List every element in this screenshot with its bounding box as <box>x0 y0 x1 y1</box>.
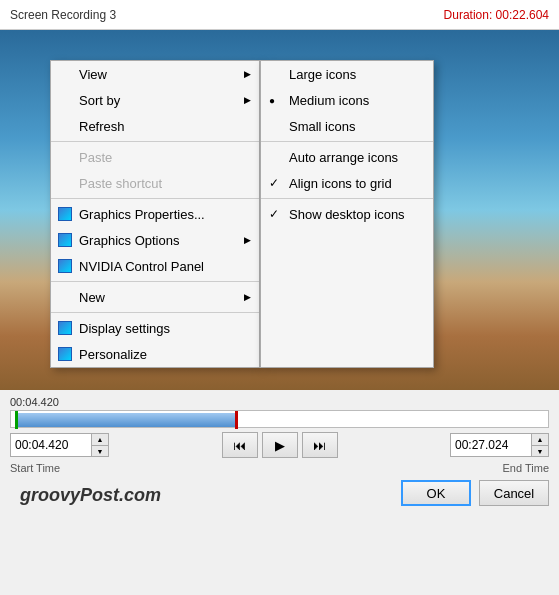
duration-label: Duration: 00:22.604 <box>444 8 549 22</box>
timeline-marker-start <box>15 411 18 429</box>
menu-item-display-settings[interactable]: Display settings <box>51 315 259 341</box>
menu-item-new[interactable]: New <box>51 284 259 310</box>
separator-2 <box>51 198 259 199</box>
timeline-marker-end <box>235 411 238 429</box>
timeline-track[interactable] <box>10 410 549 428</box>
menu-item-graphics-properties[interactable]: Graphics Properties... <box>51 201 259 227</box>
graphics-properties-icon <box>57 206 73 222</box>
separator-3 <box>51 281 259 282</box>
menu-item-paste-shortcut[interactable]: Paste shortcut <box>51 170 259 196</box>
end-time-input-wrapper[interactable]: ▲ ▼ <box>450 433 549 457</box>
title-bar: Screen Recording 3 Duration: 00:22.604 <box>0 0 559 30</box>
display-settings-icon <box>57 320 73 336</box>
timeline-fill <box>15 413 235 427</box>
dialog-buttons: OK Cancel <box>401 480 549 514</box>
check-show-desktop: ✓ <box>269 207 279 221</box>
end-time-group: ▲ ▼ <box>450 433 549 457</box>
context-menu: View Sort by Refresh Paste Paste shortcu… <box>50 60 260 368</box>
menu-item-view[interactable]: View <box>51 61 259 87</box>
personalize-icon <box>57 346 73 362</box>
end-time-down[interactable]: ▼ <box>532 445 548 456</box>
start-time-input-wrapper[interactable]: ▲ ▼ <box>10 433 109 457</box>
context-menu-wrapper: View Sort by Refresh Paste Paste shortcu… <box>50 60 434 368</box>
separator-1 <box>51 141 259 142</box>
window-title: Screen Recording 3 <box>10 8 116 22</box>
submenu-sep-1 <box>261 141 433 142</box>
end-time-up[interactable]: ▲ <box>532 434 548 445</box>
step-forward-button[interactable]: ⏭ <box>302 432 338 458</box>
bottom-panel: 00:04.420 ▲ ▼ ⏮ ▶ ⏭ <box>0 390 559 514</box>
submenu-medium-icons[interactable]: ● Medium icons <box>261 87 433 113</box>
start-time-input[interactable] <box>11 434 91 456</box>
submenu-align-grid[interactable]: ✓ Align icons to grid <box>261 170 433 196</box>
end-time-label: End Time <box>503 462 549 474</box>
step-back-button[interactable]: ⏮ <box>222 432 258 458</box>
submenu-view: Large icons ● Medium icons Small icons A… <box>260 60 434 368</box>
end-time-spinners: ▲ ▼ <box>531 434 548 456</box>
start-time-down[interactable]: ▼ <box>92 445 108 456</box>
cancel-button[interactable]: Cancel <box>479 480 549 506</box>
graphics-options-icon <box>57 232 73 248</box>
start-time-spinners: ▲ ▼ <box>91 434 108 456</box>
submenu-show-desktop[interactable]: ✓ Show desktop icons <box>261 201 433 227</box>
submenu-sep-2 <box>261 198 433 199</box>
submenu-large-icons[interactable]: Large icons <box>261 61 433 87</box>
menu-item-paste[interactable]: Paste <box>51 144 259 170</box>
brand-text: groovy <box>20 485 80 505</box>
menu-item-sortby[interactable]: Sort by <box>51 87 259 113</box>
menu-item-personalize[interactable]: Personalize <box>51 341 259 367</box>
end-time-input[interactable] <box>451 434 531 456</box>
timeline-time-label: 00:04.420 <box>10 396 549 408</box>
brand-logo: groovyPost.com <box>10 485 171 510</box>
brand-suffix: Post.com <box>80 485 161 505</box>
nvidia-icon <box>57 258 73 274</box>
menu-item-graphics-options[interactable]: Graphics Options <box>51 227 259 253</box>
menu-item-nvidia[interactable]: NVIDIA Control Panel <box>51 253 259 279</box>
start-time-group: ▲ ▼ <box>10 433 109 457</box>
menu-item-refresh[interactable]: Refresh <box>51 113 259 139</box>
video-area: View Sort by Refresh Paste Paste shortcu… <box>0 30 559 390</box>
time-labels-row: Start Time End Time <box>10 462 549 474</box>
play-button[interactable]: ▶ <box>262 432 298 458</box>
submenu-small-icons[interactable]: Small icons <box>261 113 433 139</box>
start-time-label: Start Time <box>10 462 60 474</box>
submenu-auto-arrange[interactable]: Auto arrange icons <box>261 144 433 170</box>
controls-row: ▲ ▼ ⏮ ▶ ⏭ ▲ ▼ <box>10 432 549 458</box>
start-time-up[interactable]: ▲ <box>92 434 108 445</box>
separator-4 <box>51 312 259 313</box>
ok-button[interactable]: OK <box>401 480 471 506</box>
transport-controls: ⏮ ▶ ⏭ <box>115 432 444 458</box>
bullet-medium: ● <box>269 95 275 106</box>
check-align-grid: ✓ <box>269 176 279 190</box>
